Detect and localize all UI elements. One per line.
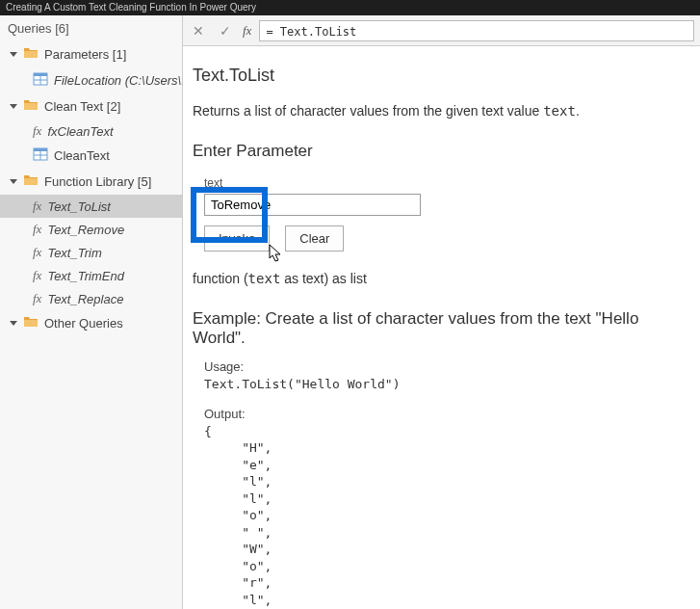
cancel-formula-icon[interactable]: ✕ — [189, 23, 208, 39]
caret-icon — [10, 321, 17, 326]
tree-item[interactable]: fxfxCleanText — [0, 119, 182, 143]
example-header: Example: Create a list of character valu… — [193, 309, 683, 348]
output-label: Output: — [204, 407, 683, 421]
tree-item[interactable]: FileLocation (C:\Users\L... — [0, 67, 182, 93]
app-title: Creating A Custom Text Cleaning Function… — [6, 2, 256, 13]
fx-icon[interactable]: fx — [243, 23, 251, 39]
function-title: Text.ToList — [193, 66, 683, 86]
folder-icon — [23, 45, 39, 64]
caret-icon — [10, 179, 17, 184]
main-content: ✕ ✓ fx = Text.ToList Text.ToList Returns… — [183, 15, 700, 609]
formula-input[interactable]: = Text.ToList — [259, 20, 694, 41]
function-description: Returns a list of character values from … — [193, 103, 683, 119]
queries-tree: Parameters [1]FileLocation (C:\Users\L..… — [0, 41, 182, 336]
tree-group[interactable]: Clean Text [2] — [0, 93, 182, 119]
table-icon — [33, 146, 48, 165]
tree-group[interactable]: Other Queries — [0, 310, 182, 336]
tree-group[interactable]: Parameters [1] — [0, 41, 182, 67]
formula-bar: ✕ ✓ fx = Text.ToList — [183, 15, 700, 46]
fx-icon: fx — [33, 268, 41, 283]
fx-icon: fx — [33, 291, 41, 306]
tree-item[interactable]: fxText_Remove — [0, 218, 182, 241]
invoke-button[interactable]: Invoke — [204, 225, 270, 252]
queries-pane: Queries [6] Parameters [1]FileLocation (… — [0, 15, 183, 609]
tree-item[interactable]: fxText_Replace — [0, 287, 182, 310]
tree-item[interactable]: fxText_ToList — [0, 195, 182, 218]
commit-formula-icon[interactable]: ✓ — [216, 23, 235, 39]
output-code: { "H", "e", "l", "l", "o", " ", "W", "o"… — [204, 423, 683, 609]
caret-icon — [10, 52, 17, 57]
param-label: text — [204, 176, 683, 190]
tree-item[interactable]: fxText_Trim — [0, 241, 182, 264]
caret-icon — [10, 104, 17, 109]
folder-icon — [23, 172, 39, 191]
clear-button[interactable]: Clear — [285, 225, 344, 252]
enter-parameter-header: Enter Parameter — [193, 142, 683, 161]
usage-label: Usage: — [204, 359, 683, 374]
param-input-text[interactable] — [204, 194, 421, 216]
fx-icon: fx — [33, 123, 41, 139]
folder-icon — [23, 314, 39, 332]
fx-icon: fx — [33, 222, 41, 237]
table-icon — [33, 71, 48, 90]
folder-icon — [23, 97, 39, 116]
tree-item[interactable]: fxText_TrimEnd — [0, 264, 182, 287]
fx-icon: fx — [33, 199, 41, 214]
function-doc: Text.ToList Returns a list of character … — [183, 46, 700, 609]
usage-code: Text.ToList("Hello World") — [204, 376, 683, 393]
tree-item[interactable]: CleanText — [0, 143, 182, 169]
function-signature: function (text as text) as list — [193, 271, 683, 286]
queries-header: Queries [6] — [0, 19, 182, 41]
app-title-bar: Creating A Custom Text Cleaning Function… — [0, 0, 700, 15]
tree-group[interactable]: Function Library [5] — [0, 169, 182, 195]
fx-icon: fx — [33, 245, 41, 260]
